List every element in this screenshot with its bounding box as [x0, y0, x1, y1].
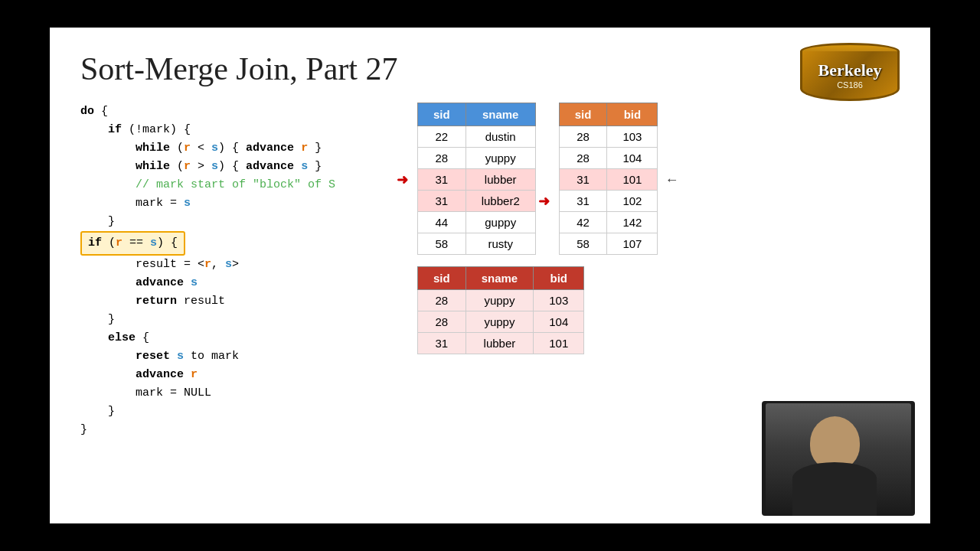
code-block: do { if (!mark) { while (r < s) { advanc…: [80, 103, 402, 439]
table-row: 44guppy: [418, 212, 536, 233]
right-table: sid bid 28103 28104 31 101 ←: [559, 103, 658, 255]
code-line-9: advance s: [80, 274, 402, 292]
right-col-bid: bid: [607, 103, 658, 126]
bottom-table: sid sname bid 28yuppy103 28yuppy104 31lu…: [417, 266, 584, 354]
code-line-6: }: [80, 213, 402, 231]
code-line-15: mark = NULL: [80, 384, 402, 403]
code-line-5: mark = s: [80, 194, 402, 213]
code-line-3: while (r > s) { advance s }: [80, 158, 402, 176]
left-col-sid: sid: [418, 103, 466, 126]
table-row: 31lubber2: [418, 191, 536, 212]
table-row: 28103: [559, 126, 658, 148]
code-line-17: }: [80, 421, 402, 439]
code-line-4: // mark start of "block" of S: [80, 176, 402, 194]
arrow-r-indicator: ➜: [397, 171, 408, 188]
right-table-container: sid bid 28103 28104 31 101 ←: [559, 103, 658, 255]
left-table-container: sid sname 22dustin 28yuppy ➜ 31: [417, 103, 536, 255]
code-line-13: reset s to mark: [80, 347, 402, 366]
berkeley-logo: Berkeley CS186: [800, 43, 907, 112]
arrow-r2-indicator: ➜: [538, 193, 550, 210]
table-row: 31lubber101: [418, 333, 584, 354]
arrow-black-indicator: ←: [665, 171, 678, 187]
content-area: do { if (!mark) { while (r < s) { advanc…: [80, 103, 900, 439]
slide-title: Sort-Merge Join, Part 27: [80, 51, 900, 87]
table-row: 22dustin: [418, 126, 536, 148]
table-row: 28yuppy104: [418, 311, 584, 333]
code-line-8: result = <r, s>: [80, 256, 402, 274]
table-row: 28104: [559, 148, 658, 169]
code-line-14: advance r: [80, 366, 402, 384]
code-line-16: }: [80, 403, 402, 421]
code-line-2: while (r < s) { advance r }: [80, 139, 402, 158]
table-row: 28yuppy: [418, 148, 536, 169]
code-line-10: return result: [80, 292, 402, 311]
table-row: 42142: [559, 212, 658, 233]
tables-wrapper: sid sname 22dustin 28yuppy ➜ 31: [417, 103, 658, 354]
webcam-overlay: [762, 401, 915, 516]
bottom-col-sname: sname: [466, 267, 534, 290]
table-row: ➜ 31 102: [559, 191, 658, 212]
code-line-12: else {: [80, 329, 402, 347]
slide: Sort-Merge Join, Part 27 Berkeley CS186 …: [50, 28, 930, 523]
left-table: sid sname 22dustin 28yuppy ➜ 31: [417, 103, 536, 255]
left-col-sname: sname: [466, 103, 535, 126]
table-row: 31 101 ←: [559, 169, 658, 191]
top-tables: sid sname 22dustin 28yuppy ➜ 31: [417, 103, 658, 255]
berkeley-text: Berkeley: [818, 60, 881, 80]
right-col-sid: sid: [559, 103, 607, 126]
code-line-0: do {: [80, 103, 402, 121]
bottom-col-bid: bid: [534, 267, 584, 290]
barrel-body: Berkeley CS186: [800, 51, 900, 101]
berkeley-sub: CS186: [837, 80, 863, 90]
table-row: 28yuppy103: [418, 290, 584, 311]
table-row: ➜ 31 lubber: [418, 169, 536, 191]
person-silhouette: [766, 403, 911, 514]
bottom-col-sid: sid: [418, 267, 466, 290]
table-row: 58107: [559, 233, 658, 255]
person-body: [792, 462, 877, 516]
table-row: 58rusty: [418, 233, 536, 255]
code-line-1: if (!mark) {: [80, 121, 402, 139]
code-line-11: }: [80, 311, 402, 329]
bottom-table-container: sid sname bid 28yuppy103 28yuppy104 31lu…: [417, 266, 658, 354]
code-line-7: if (r == s) {: [80, 231, 402, 256]
